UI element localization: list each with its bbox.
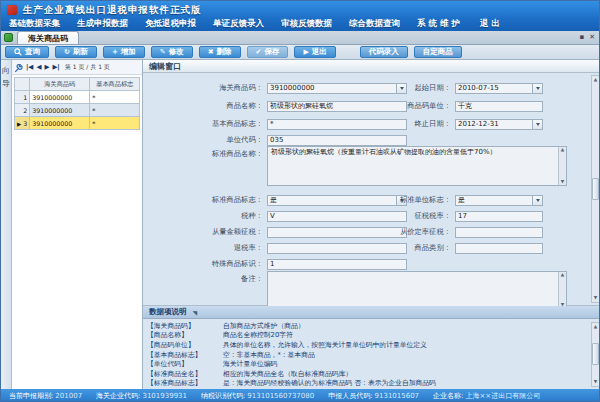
edit-button-label: 修改 <box>169 47 184 57</box>
std-unit-flag-combo[interactable]: 是 <box>455 195 543 206</box>
cell-flag[interactable]: * <box>90 117 140 130</box>
category-field[interactable] <box>455 243 543 254</box>
textarea-scrollbar[interactable]: ▲▼ <box>558 147 566 185</box>
menu-item-audit-feedback[interactable]: 审核反馈数据 <box>281 18 332 30</box>
exit-icon: ▶ <box>303 49 308 56</box>
editor-form: 海关商品码： 3910000000 起始日期： 2010-07-15 商品名称：… <box>143 73 600 306</box>
row-number: ▶ 3 <box>15 117 30 130</box>
title-bar: 生产企业离线出口退税申报软件正式版 <box>1 1 600 17</box>
start-date-combo[interactable]: 2010-07-15 <box>455 83 543 94</box>
chevron-down-icon[interactable] <box>532 196 542 205</box>
toolbar: 查询 ↻ 刷新 + 增加 ✎ 修改 ✖ 删除 ✔ 保存 ▶ 退出 代码录入 自定… <box>1 45 600 60</box>
save-icon: ✔ <box>256 49 262 56</box>
wizard-sidebar[interactable]: 向 导 <box>1 60 12 389</box>
tools-wrench-icon[interactable] <box>14 58 23 77</box>
remark-textarea[interactable]: ▲▼ <box>267 271 567 309</box>
list-item: 【商品名称】商品名全称控制20字符 <box>147 331 587 341</box>
custom-commodity-button[interactable]: 自定商品 <box>414 46 462 58</box>
end-date-label: 终止日期： <box>339 119 451 129</box>
status-operator: 申报人员代码:9131015607 <box>328 391 419 401</box>
menu-item-exit[interactable]: 退出 <box>480 18 503 30</box>
table-row[interactable]: 2 3910000000 * <box>15 104 140 117</box>
wizard-label-char2: 导 <box>1 77 11 90</box>
chevron-down-icon[interactable] <box>532 120 542 129</box>
edit-button[interactable]: ✎ 修改 <box>151 46 193 58</box>
cell-code[interactable]: 3910000000 <box>30 91 90 104</box>
tax-rate-field[interactable]: 17 <box>455 211 543 222</box>
toolbar-right-group: 代码录入 自定商品 <box>360 46 468 58</box>
cell-code[interactable]: 3910000000 <box>30 104 90 117</box>
list-item: 【基本商品标志】空：非基本商品，*：基本商品 <box>147 351 587 361</box>
menu-item-tax-declare[interactable]: 免抵退税申报 <box>145 18 196 30</box>
menu-item-doc-feedback[interactable]: 单证反馈录入 <box>213 18 264 30</box>
refresh-button[interactable]: ↻ 刷新 <box>55 46 97 58</box>
selected-row-marker-icon: ▶ <box>17 121 21 127</box>
app-logo-icon <box>7 5 17 15</box>
wizard-label-char1: 向 <box>1 64 11 77</box>
save-button[interactable]: ✔ 保存 <box>247 46 289 58</box>
search-icon <box>14 48 22 56</box>
form-row: 特殊商品标识： 1 <box>143 258 600 270</box>
code-entry-button[interactable]: 代码录入 <box>360 46 408 58</box>
last-page-button[interactable]: ▶| <box>52 63 59 71</box>
form-row: 终止日期： 2012-12-31 <box>143 118 600 130</box>
prev-page-button[interactable]: ◀ <box>36 63 41 71</box>
exit-button-label: 退出 <box>312 47 327 57</box>
std-name-textarea[interactable]: 初级形状的聚硅氧烷（按重量计石油或从矿物提取的油的含量低于70%） ▲▼ <box>267 146 567 186</box>
scroll-down-icon[interactable]: ▼ <box>594 295 597 301</box>
cell-code[interactable]: 3910000000 <box>30 117 90 130</box>
exit-button[interactable]: ▶ 退出 <box>294 46 335 58</box>
menu-item-query[interactable]: 综合数据查询 <box>349 18 400 30</box>
special-flag-field[interactable]: 1 <box>267 259 407 270</box>
std-name-label: 标准商品名称： <box>143 149 263 159</box>
search-button-label: 查询 <box>25 47 40 57</box>
status-period: 当前申报期别:201007 <box>9 391 82 401</box>
collapse-icon[interactable]: ◥ <box>193 309 198 316</box>
form-row: 商品码单位： 千克 <box>143 100 600 112</box>
start-date-label: 起始日期： <box>339 83 451 93</box>
std-unit-flag-label: 标准单位标志： <box>339 195 451 205</box>
delete-button[interactable]: ✖ 删除 <box>199 46 241 58</box>
help-scrollbar[interactable]: ▲ ▼ <box>591 322 600 387</box>
scrollbar-thumb[interactable] <box>592 343 599 365</box>
minimize-icon[interactable]: ▪ <box>579 34 584 41</box>
unit-field[interactable]: 千克 <box>455 101 543 112</box>
status-customs-code: 海关企业代码:3101939931 <box>96 391 187 401</box>
cell-flag[interactable]: * <box>90 91 140 104</box>
chevron-down-icon[interactable] <box>532 84 542 93</box>
search-button[interactable]: 查询 <box>5 46 49 58</box>
table-row-selected[interactable]: ▶ 3 3910000000 * <box>15 117 140 130</box>
menu-item-maintenance[interactable]: 系统维护 <box>417 18 463 30</box>
price-tax-field[interactable] <box>455 227 543 238</box>
next-page-button[interactable]: ▶ <box>44 63 49 71</box>
form-row: 征税税率： 17 <box>143 210 600 222</box>
commodity-grid: 海关商品码 基本商品标志 1 3910000000 * 2 3910000000… <box>14 77 140 130</box>
add-button[interactable]: + 增加 <box>103 46 145 58</box>
first-page-button[interactable]: |◀ <box>26 63 33 71</box>
scroll-up-icon[interactable]: ▲ <box>594 324 597 330</box>
scroll-up-icon[interactable]: ▲ <box>594 77 597 83</box>
cell-flag[interactable]: * <box>90 104 140 117</box>
menu-item-generate-data[interactable]: 生成申报数据 <box>77 18 128 30</box>
unit-code-field[interactable]: 035 <box>267 135 407 146</box>
nav-shortcut-icon[interactable] <box>4 33 13 42</box>
close-icon[interactable]: ✕ <box>589 34 595 41</box>
app-window: 生产企业离线出口退税申报软件正式版 基础数据采集 生成申报数据 免抵退税申报 单… <box>0 0 600 402</box>
list-item: 【单位代码】海关计量单位编码 <box>147 360 587 370</box>
end-date-combo[interactable]: 2012-12-31 <box>455 119 543 130</box>
scrollbar-thumb[interactable] <box>592 178 599 200</box>
edit-icon: ✎ <box>160 49 166 56</box>
save-button-label: 保存 <box>264 47 279 57</box>
textarea-scrollbar[interactable]: ▲▼ <box>558 272 566 308</box>
table-row[interactable]: 1 3910000000 * <box>15 91 140 104</box>
form-row: 商品类别： <box>143 242 600 254</box>
page-indicator: 第 1 页 / 共 1 页 <box>65 63 110 72</box>
menu-item-basic-data[interactable]: 基础数据采集 <box>9 18 60 30</box>
form-scrollbar[interactable]: ▲ ▼ <box>591 75 600 303</box>
record-list-panel: |◀ ◀ ▶ ▶| 第 1 页 / 共 1 页 海关商品码 基本商品标志 1 3… <box>12 60 143 389</box>
scroll-down-icon[interactable]: ▼ <box>594 379 597 385</box>
special-flag-label: 特殊商品标识： <box>143 259 263 269</box>
add-icon: + <box>112 49 118 56</box>
grid-header-flag: 基本商品标志 <box>90 78 140 91</box>
tab-customs-commodity-code[interactable]: 海关商品码 <box>17 31 79 44</box>
